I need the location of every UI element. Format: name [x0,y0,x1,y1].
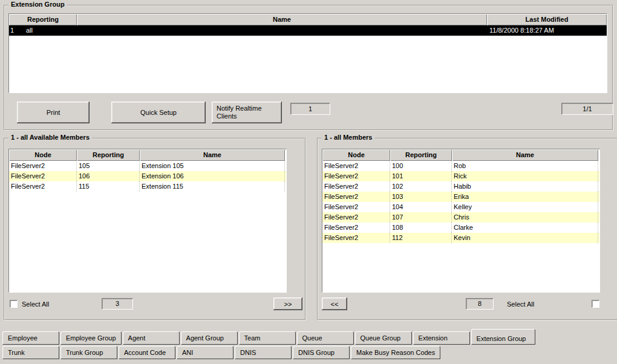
table-cell: FileServer2 [9,181,77,192]
table-row[interactable]: FileServer2112Kevin [322,233,599,243]
tab-employee[interactable]: Employee [2,331,59,345]
table-row[interactable]: FileServer2101Rick [322,171,599,181]
table-row[interactable]: FileServer2105Extension 105 [9,161,286,171]
remove-members-button[interactable]: << [322,297,347,310]
table-cell: 100 [390,161,452,171]
tab-employee-group[interactable]: Employee Group [60,331,122,345]
members-table-body: FileServer2100RobFileServer2101RickFileS… [322,161,599,243]
column-header-node[interactable]: Node [9,149,77,161]
column-header-reporting[interactable]: Reporting [390,149,452,161]
table-cell: Kelley [452,202,598,212]
tab-extension[interactable]: Extension [413,331,470,345]
table-row[interactable]: FileServer2115Extension 115 [9,181,286,192]
table-row[interactable]: FileServer2108Clarke [322,223,599,233]
column-header-name[interactable]: Name [140,149,285,161]
extension-group-table: ReportingNameLast Modified 1all11/8/2000… [8,13,607,93]
table-cell: 104 [390,202,452,212]
tab-account-code[interactable]: Account Code [119,346,175,359]
table-cell: FileServer2 [322,223,390,233]
table-cell: 102 [390,181,452,192]
available-select-all-checkbox[interactable] [10,300,18,308]
members-select-all-checkbox[interactable] [592,300,599,308]
table-cell: 106 [77,171,140,181]
table-cell: 115 [77,181,140,192]
extension-group-table-header: ReportingNameLast Modified [9,14,607,25]
tab-row-2: TrunkTrunk GroupAccount CodeANIDNISDNIS … [2,346,616,362]
members-table: NodeReportingName FileServer2100RobFileS… [322,149,600,293]
print-button[interactable]: Print [17,102,90,123]
tab-dnis-group[interactable]: DNIS Group [293,346,350,359]
tab-trunk-group[interactable]: Trunk Group [60,346,117,359]
table-cell: Rick [452,171,598,181]
members-title: 1 - all Members [322,134,374,141]
column-header-node[interactable]: Node [322,149,390,161]
available-members-table-body: FileServer2105Extension 105FileServer210… [9,161,286,192]
table-cell: 105 [77,161,140,171]
column-header-last-modified[interactable]: Last Modified [487,14,607,25]
tab-team[interactable]: Team [239,331,296,345]
available-select-all-label: Select All [22,301,49,308]
tab-row-1: EmployeeEmployee GroupAgentAgent GroupTe… [2,329,616,345]
category-tabs: EmployeeEmployee GroupAgentAgent GroupTe… [2,329,616,362]
table-cell: Habib [452,181,598,192]
members-table-header: NodeReportingName [322,149,599,161]
members-count-field: 8 [466,298,494,310]
table-row[interactable]: FileServer2102Habib [322,181,599,192]
tab-make-busy-reason-codes[interactable]: Make Busy Reason Codes [351,346,440,359]
available-members-table-header: NodeReportingName [9,149,286,161]
table-row[interactable]: FileServer2107Chris [322,212,599,223]
table-cell: 1 [9,25,21,36]
column-header-reporting[interactable]: Reporting [77,149,140,161]
table-cell: FileServer2 [322,192,390,202]
selected-extension-group-row[interactable]: 1all11/8/2000 8:18:27 AM [9,25,607,36]
table-row[interactable]: FileServer2104Kelley [322,202,599,212]
tab-queue-group[interactable]: Queue Group [355,331,412,345]
app-window: Extension Group ReportingNameLast Modifi… [0,0,617,364]
column-header-reporting[interactable]: Reporting [9,14,77,25]
tab-trunk[interactable]: Trunk [2,346,59,359]
table-cell: all [21,25,488,36]
table-cell: FileServer2 [322,212,390,223]
notify-realtime-clients-button[interactable]: Notify Realtime Clients [212,102,282,123]
table-cell: Erika [452,192,598,202]
tab-agent[interactable]: Agent [123,331,180,345]
available-members-table: NodeReportingName FileServer2105Extensio… [8,149,287,293]
tab-extension-group[interactable]: Extension Group [471,329,535,345]
table-row[interactable]: FileServer2103Erika [322,192,599,202]
table-cell: Extension 105 [140,161,285,171]
add-members-button[interactable]: >> [273,297,302,310]
table-cell: Clarke [452,223,598,233]
table-cell: FileServer2 [322,161,390,171]
column-header-name[interactable]: Name [452,149,598,161]
table-cell: Chris [452,212,598,223]
extension-group-panel: Extension Group ReportingNameLast Modifi… [4,5,613,131]
table-cell: 107 [390,212,452,223]
column-header-name[interactable]: Name [77,14,487,25]
table-row[interactable]: FileServer2106Extension 106 [9,171,286,181]
table-cell: 112 [390,233,452,243]
table-cell: FileServer2 [322,202,390,212]
table-cell: Rob [452,161,598,171]
table-cell: Kevin [452,233,598,243]
table-cell: 108 [390,223,452,233]
available-members-panel: 1 - all Available Members NodeReportingN… [4,138,306,320]
tab-ani[interactable]: ANI [177,346,233,359]
quick-setup-button[interactable]: Quick Setup [111,102,206,123]
extension-group-table-body: 1all11/8/2000 8:18:27 AM [9,25,607,36]
table-cell: FileServer2 [322,233,390,243]
table-cell: Extension 106 [140,171,285,181]
members-panel: 1 - all Members NodeReportingName FileSe… [317,138,617,320]
tab-queue[interactable]: Queue [297,331,354,345]
table-cell: FileServer2 [322,171,390,181]
available-members-title: 1 - all Available Members [8,134,92,141]
table-cell: Extension 115 [140,181,285,192]
tab-dnis[interactable]: DNIS [235,346,292,359]
table-cell: FileServer2 [9,171,77,181]
table-cell: 11/8/2000 8:18:27 AM [488,25,607,36]
tab-agent-group[interactable]: Agent Group [181,331,238,345]
table-cell: 103 [390,192,452,202]
table-cell: 101 [390,171,452,181]
extension-group-title: Extension Group [8,1,67,8]
table-row[interactable]: FileServer2100Rob [322,161,599,171]
available-count-field: 3 [102,298,133,310]
